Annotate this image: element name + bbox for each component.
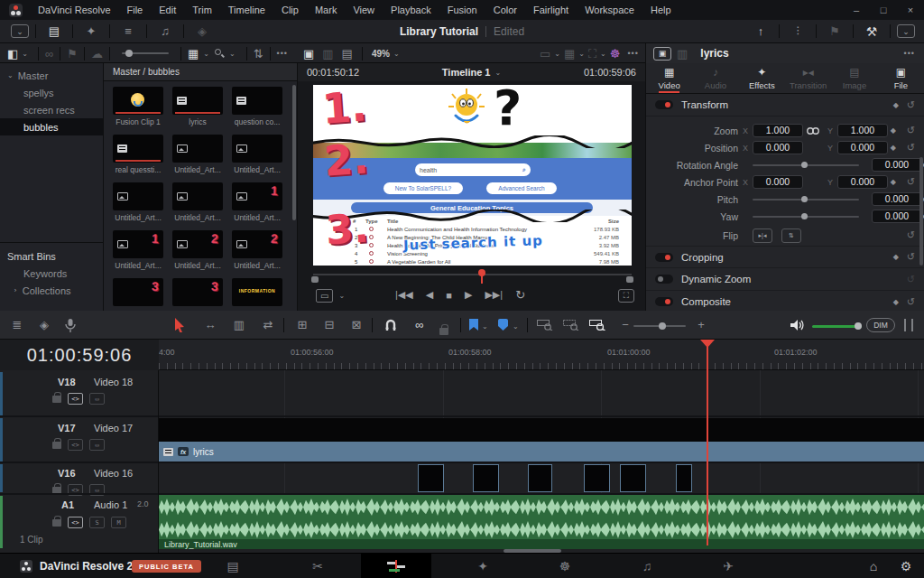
selection-mode-tool[interactable] [174, 318, 185, 332]
bin-path-breadcrumb[interactable]: Master / bubbles [104, 63, 297, 81]
menu-file[interactable]: File [119, 0, 152, 20]
timeline-clip[interactable] [620, 464, 646, 492]
keyframe-icon[interactable]: ◆ [893, 101, 899, 109]
menu-trim[interactable]: Trim [184, 0, 220, 20]
replace-clip-button[interactable]: ⊠ [348, 319, 365, 331]
media-clip[interactable]: 1Untitled_Art... [228, 182, 286, 222]
cloud-sync-icon[interactable]: ☁ [91, 48, 103, 60]
timeline-ruler[interactable]: 01:00:54:00 01:00:56:00 01:00:58:00 01:0… [159, 340, 924, 370]
full-extent-zoom-icon[interactable] [537, 320, 553, 331]
grid-view-icon[interactable]: ▦ [188, 48, 199, 60]
track-lock-icon[interactable] [52, 519, 61, 527]
timeline-options-icon[interactable]: ≣ [9, 319, 25, 331]
cinema-viewer-icon[interactable]: ⛶ [618, 289, 634, 303]
reset-icon[interactable]: ↺ [907, 229, 915, 241]
bin-spellys[interactable]: spellys [0, 84, 103, 101]
menu-clip[interactable]: Clip [273, 0, 307, 20]
export-icon[interactable]: ↑ [749, 25, 772, 37]
edit-index-icon[interactable]: ≡ [116, 25, 140, 37]
detail-zoom-icon[interactable] [563, 320, 579, 331]
audio-inspector-icon[interactable]: ▥ [677, 48, 688, 60]
media-pool-scrollbar[interactable] [292, 85, 296, 220]
media-clip[interactable]: lyrics [169, 87, 226, 126]
media-clip[interactable]: Untitled_Art... [169, 135, 226, 174]
maximize-button[interactable]: □ [870, 5, 897, 15]
out-point-handle[interactable] [626, 276, 633, 283]
composite-toggle[interactable] [655, 297, 673, 306]
media-page-button[interactable]: ▤ [224, 559, 242, 573]
lyrics-clip-body[interactable] [159, 418, 924, 442]
auto-select-icon[interactable]: <> [68, 393, 83, 405]
anchor-x-input[interactable]: 0.000 [753, 175, 803, 189]
audio-clip[interactable]: Library_Tutorial.wav [159, 495, 924, 549]
menu-fusion[interactable]: Fusion [439, 0, 485, 20]
menu-view[interactable]: View [345, 0, 383, 20]
more-options-icon[interactable]: ••• [627, 50, 638, 58]
razor-tool[interactable]: ▥ [231, 319, 247, 331]
tab-transition[interactable]: ▸◂Transition [785, 63, 831, 93]
pitch-input[interactable]: 0.000 [872, 192, 922, 206]
clip-marker-icon[interactable] [498, 319, 508, 331]
cropping-toggle[interactable] [655, 253, 673, 262]
zoom-fit-icon[interactable]: ⛶ [588, 48, 596, 60]
sort-icon[interactable]: ⇅ [254, 48, 263, 60]
rotation-slider[interactable] [753, 164, 859, 166]
bin-panel-icon[interactable]: ◧ [7, 48, 18, 60]
position-x-input[interactable]: 0.000 [753, 141, 803, 154]
snapping-magnet-icon[interactable] [384, 319, 397, 331]
keyframe-icon[interactable]: ◆ [891, 144, 896, 152]
media-clip[interactable]: real quessti... [109, 135, 167, 174]
bin-bubbles[interactable]: bubbles [0, 118, 103, 135]
color-page-button[interactable]: ☸ [556, 559, 574, 573]
bin-keywords[interactable]: Keywords [0, 265, 103, 282]
viewer-zoom-select[interactable]: 49%⌄ [372, 49, 400, 59]
media-clip[interactable]: question co... [228, 87, 286, 126]
thumb-size-slider[interactable] [122, 52, 169, 54]
flag-marker-icon[interactable] [469, 319, 478, 331]
auto-select-icon[interactable]: <> [68, 517, 83, 528]
track-enable-icon[interactable]: ▭ [89, 439, 105, 451]
effects-library-icon[interactable]: ✦ [79, 25, 103, 37]
chevron-down-icon[interactable]: ⌄ [229, 50, 236, 58]
position-y-input[interactable]: 0.000 [837, 141, 888, 154]
thumbnail-view-icon[interactable]: ▣ [303, 48, 314, 60]
zoom-x-input[interactable]: 1.000 [753, 124, 803, 137]
media-clip[interactable]: 3 [169, 278, 226, 311]
bin-collections[interactable]: ⌄Collections [0, 282, 103, 299]
reset-icon[interactable]: ↺ [907, 176, 915, 188]
bin-master[interactable]: ⌄Master [0, 67, 103, 84]
menu-timeline[interactable]: Timeline [220, 0, 273, 20]
chevron-down-icon[interactable]: ⌄ [482, 322, 488, 331]
timeline-effects-icon[interactable]: ◈ [36, 319, 52, 331]
reset-icon[interactable]: ↺ [907, 296, 915, 308]
chevron-down-icon[interactable]: ⌄ [338, 292, 345, 300]
reset-icon[interactable]: ↺ [907, 125, 915, 136]
speaker-icon[interactable] [790, 319, 804, 331]
deliver-page-button[interactable]: ✈ [719, 559, 737, 573]
metadata-tag-icon[interactable]: ⚑ [823, 25, 846, 37]
voiceover-mic-icon[interactable] [65, 319, 76, 332]
list-view-icon[interactable]: ▤ [342, 48, 353, 60]
anchor-y-input[interactable]: 0.000 [837, 175, 888, 189]
tab-effects[interactable]: ✦Effects [739, 63, 785, 93]
media-clip[interactable]: Untitled_Art... [169, 182, 226, 222]
color-wand-icon[interactable]: ☸ [610, 48, 621, 60]
position-lock-icon[interactable] [439, 328, 448, 335]
flip-vertical-button[interactable]: ⇅ [781, 228, 801, 243]
track-lock-icon[interactable] [52, 396, 61, 403]
crop-tool-icon[interactable]: ▭ [316, 289, 333, 303]
keyframe-icon[interactable]: ◆ [893, 253, 899, 261]
viewer-scrubber[interactable] [313, 271, 632, 284]
collapse-panel-icon[interactable]: ⌄ [11, 24, 29, 38]
media-pool-icon[interactable]: ▤ [42, 25, 66, 37]
timeline-clip[interactable] [528, 464, 552, 492]
dynamic-zoom-toggle[interactable] [655, 275, 673, 284]
edit-page-button[interactable] [361, 554, 431, 578]
more-options-icon[interactable]: ••• [904, 50, 915, 58]
filmstrip-view-icon[interactable]: ▥ [322, 48, 333, 60]
timeline-timecode[interactable]: 01:00:59:06 [0, 340, 159, 370]
keyframe-icon[interactable]: ◆ [891, 126, 896, 135]
timeline-selector[interactable]: Timeline 1⌄ [442, 67, 501, 78]
cut-page-button[interactable]: ✂ [309, 559, 327, 573]
timeline-zoom-slider[interactable] [633, 325, 686, 327]
